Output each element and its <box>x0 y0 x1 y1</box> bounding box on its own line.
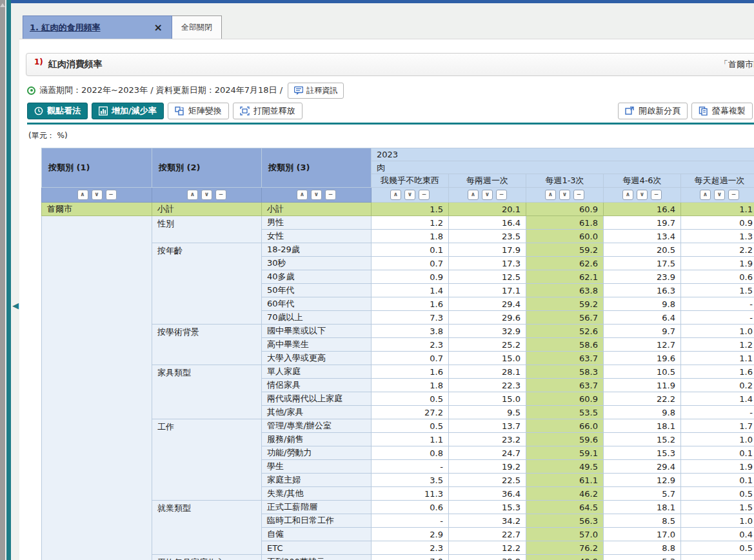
sort-up-button[interactable]: ∧ <box>77 190 88 200</box>
cell-value: 46.2 <box>526 487 604 501</box>
cell-value: 23.5 <box>449 230 526 243</box>
open-new-tab-button[interactable]: 開啟新分頁 <box>618 103 688 119</box>
cell-value: 0.7 <box>372 257 449 270</box>
open-release-button[interactable]: 打開並釋放 <box>233 103 303 119</box>
sort-controls-cell: ∧∨− <box>42 188 152 203</box>
cell-value: 0.7 <box>372 352 449 365</box>
sort-up-button[interactable]: ∧ <box>187 190 198 200</box>
cell-value: 57.0 <box>526 528 604 541</box>
cell-value: 15.3 <box>449 501 526 514</box>
sidebar-collapse-arrow-icon[interactable]: ◀ <box>12 301 20 311</box>
sort-down-button[interactable]: ∨ <box>92 190 103 200</box>
sort-down-button[interactable]: ∨ <box>714 190 725 200</box>
cell-value: 1.9 <box>681 257 754 270</box>
sort-remove-button[interactable]: − <box>728 190 739 200</box>
cell-value: 63.7 <box>526 352 604 365</box>
cell-value: 1.1 <box>681 203 754 216</box>
sort-down-button[interactable]: ∨ <box>559 190 570 200</box>
cell-label: 60年代 <box>262 297 372 311</box>
value-column-header: 每週4-6次 <box>604 174 681 188</box>
tab-close-all[interactable]: 全部關閉 <box>172 15 222 39</box>
sort-up-button[interactable]: ∧ <box>390 190 401 200</box>
sort-remove-button[interactable]: − <box>419 190 430 200</box>
cell-value: 0.9 <box>372 270 449 284</box>
sort-remove-button[interactable]: − <box>215 190 226 200</box>
cell-label: 其他/家具 <box>262 406 372 419</box>
sort-remove-button[interactable]: − <box>325 190 336 200</box>
screen-copy-button[interactable]: 螢幕複製 <box>691 103 753 119</box>
category-header-1: 按類別 (1) <box>42 148 152 188</box>
cell-value: 58.3 <box>526 365 604 379</box>
sort-down-button[interactable]: ∨ <box>482 190 493 200</box>
sort-remove-button[interactable]: − <box>573 190 584 200</box>
cell-value: 23.2 <box>449 433 526 446</box>
cell-value: 10.5 <box>604 365 681 379</box>
cell-value: 1.6 <box>681 365 754 379</box>
table-row: 性別男性1.216.461.819.70.9 <box>42 216 754 230</box>
expand-icon <box>240 106 250 115</box>
sort-down-button[interactable]: ∨ <box>311 190 322 200</box>
cell-value: 29.4 <box>604 460 681 474</box>
value-column-header: 每週1-3次 <box>526 174 604 188</box>
sort-up-button[interactable]: ∧ <box>468 190 479 200</box>
annotation-info-button[interactable]: 註釋資訊 <box>288 83 344 99</box>
cell-value: 3.5 <box>372 474 449 487</box>
viewpoint-button[interactable]: 觀點看法 <box>27 103 88 119</box>
cell-value: 76.2 <box>526 541 604 555</box>
cell-value: 3.8 <box>372 325 449 338</box>
cell-value: 58.6 <box>526 338 604 352</box>
cell-label: 單人家庭 <box>262 365 372 379</box>
sort-remove-button[interactable]: − <box>496 190 507 200</box>
sort-down-button[interactable]: ∨ <box>637 190 648 200</box>
cell-value: 13.7 <box>449 419 526 433</box>
scroll-up-arrow-icon[interactable] <box>0 3 5 7</box>
annotation-info-label: 註釋資訊 <box>306 85 337 96</box>
sort-up-button[interactable]: ∧ <box>545 190 556 200</box>
cell-value: 1.2 <box>372 216 449 230</box>
cell-value: 22.3 <box>449 379 526 392</box>
sort-remove-button[interactable]: − <box>106 190 117 200</box>
sort-remove-button[interactable]: − <box>651 190 662 200</box>
cell-label: 40多歲 <box>262 270 372 284</box>
cell-value: 56.3 <box>526 514 604 528</box>
cell-value: 17.0 <box>604 528 681 541</box>
sort-up-button[interactable]: ∧ <box>622 190 633 200</box>
cell-group: 小計 <box>152 203 262 216</box>
category-header-2: 按類別 (2) <box>152 148 262 188</box>
top-blue-bar <box>11 0 754 3</box>
cell-value: 0.5 <box>372 419 449 433</box>
category-header-3: 按類別 (3) <box>262 148 372 188</box>
sort-up-button[interactable]: ∧ <box>700 190 711 200</box>
cell-label: 國中畢業或以下 <box>262 325 372 338</box>
sort-up-button[interactable]: ∧ <box>297 190 308 200</box>
matrix-transform-button[interactable]: 矩陣變換 <box>168 103 229 119</box>
matrix-transform-label: 矩陣變換 <box>188 105 222 117</box>
copy-icon <box>699 106 708 115</box>
cell-value: - <box>681 311 754 325</box>
cell-value: 22.7 <box>449 528 526 541</box>
increase-decrease-rate-button[interactable]: 增加/減少率 <box>92 103 164 119</box>
cell-label: 不到200萬韓元 <box>262 555 372 560</box>
cell-value: 66.0 <box>526 419 604 433</box>
title-box: 1) 紅肉消費頻率 「首爾市民 <box>26 53 754 76</box>
cell-value: 0.6 <box>681 270 754 284</box>
title-right-note: 「首爾市民 <box>720 59 754 70</box>
sort-controls-cell: ∧∨− <box>449 188 526 203</box>
cell-label: 學生 <box>262 460 372 474</box>
close-icon[interactable]: × <box>152 21 165 34</box>
cell-value: 0.5 <box>372 392 449 406</box>
tab-red-meat-frequency[interactable]: 1. 紅肉的食用頻率 × <box>23 15 172 39</box>
cell-value: 0.2 <box>681 379 754 392</box>
matrix-icon <box>175 106 184 115</box>
cell-value: 53.5 <box>526 406 604 419</box>
sort-down-button[interactable]: ∨ <box>404 190 415 200</box>
cell-value: 62.6 <box>526 257 604 270</box>
sort-controls-cell: ∧∨− <box>262 188 372 203</box>
cell-label: 50年代 <box>262 284 372 297</box>
sort-down-button[interactable]: ∨ <box>201 190 212 200</box>
toolbar-left-group: 觀點看法 增加/減少率 矩陣變換 打開並釋放 <box>27 103 303 119</box>
cell-value: - <box>372 514 449 528</box>
cell-label: 管理/專業/辦公室 <box>262 419 372 433</box>
cell-group: 工作 <box>152 419 262 501</box>
left-scrollbar[interactable] <box>0 0 5 560</box>
